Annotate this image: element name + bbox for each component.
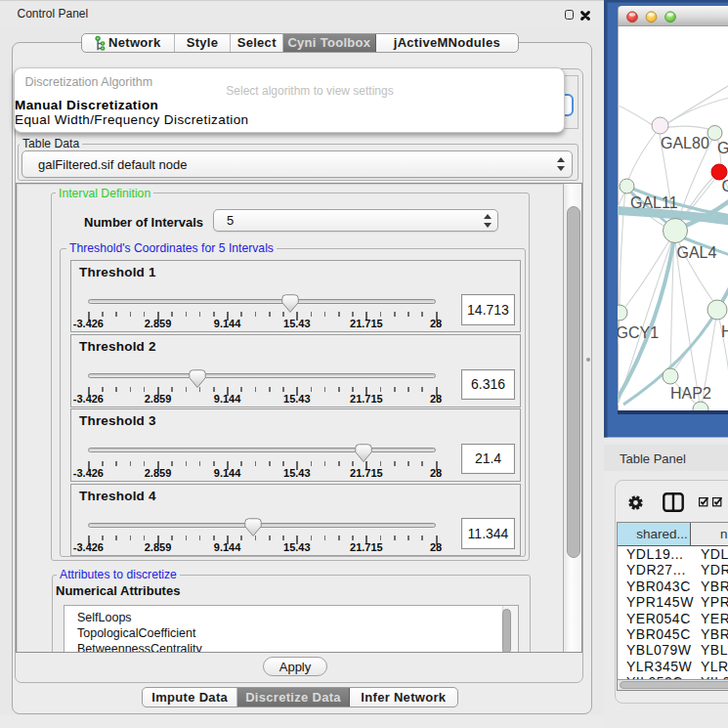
svg-text:C: C <box>722 178 728 194</box>
svg-text:H: H <box>721 323 728 340</box>
svg-text:GAL11: GAL11 <box>630 194 678 211</box>
svg-text:GAL80: GAL80 <box>661 135 709 151</box>
svg-text:GAL4: GAL4 <box>677 244 717 261</box>
svg-text:GA: GA <box>717 140 728 156</box>
svg-text:HAP2: HAP2 <box>670 385 711 402</box>
svg-text:GCY1: GCY1 <box>617 324 660 341</box>
